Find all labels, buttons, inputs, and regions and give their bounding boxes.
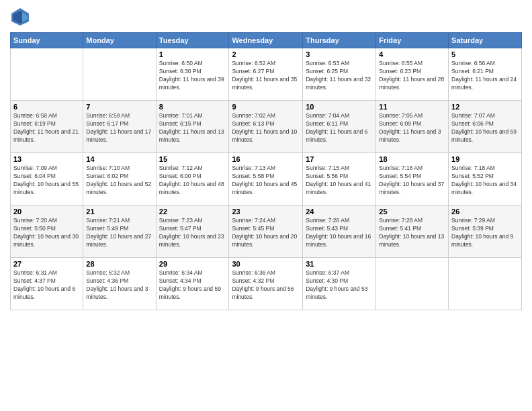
day-number: 17 xyxy=(306,155,373,163)
day-number: 3 xyxy=(306,50,373,58)
day-info: Sunrise: 6:53 AM Sunset: 6:25 PM Dayligh… xyxy=(306,60,373,92)
day-info: Sunrise: 6:55 AM Sunset: 6:23 PM Dayligh… xyxy=(379,60,445,92)
day-number: 31 xyxy=(306,260,373,268)
day-info: Sunrise: 6:50 AM Sunset: 6:30 PM Dayligh… xyxy=(159,60,226,92)
day-number: 8 xyxy=(159,103,226,111)
weekday-header: Sunday xyxy=(11,33,83,48)
day-number: 5 xyxy=(451,50,519,58)
day-number: 18 xyxy=(379,155,445,163)
calendar-week-row: 20Sunrise: 7:20 AM Sunset: 5:50 PM Dayli… xyxy=(11,205,522,258)
calendar-cell xyxy=(83,48,156,101)
weekday-header: Thursday xyxy=(303,33,376,48)
calendar-cell: 28Sunrise: 6:32 AM Sunset: 4:36 PM Dayli… xyxy=(83,258,156,310)
day-number: 26 xyxy=(451,208,519,216)
calendar-week-row: 27Sunrise: 6:31 AM Sunset: 4:37 PM Dayli… xyxy=(11,258,522,310)
calendar-cell: 8Sunrise: 7:01 AM Sunset: 6:15 PM Daylig… xyxy=(156,101,229,153)
day-number: 23 xyxy=(232,208,300,216)
calendar-cell xyxy=(11,48,83,101)
day-number: 19 xyxy=(451,155,519,163)
calendar-cell: 19Sunrise: 7:18 AM Sunset: 5:52 PM Dayli… xyxy=(449,153,522,205)
logo-icon xyxy=(10,7,30,27)
day-info: Sunrise: 6:34 AM Sunset: 4:34 PM Dayligh… xyxy=(159,269,226,302)
day-info: Sunrise: 6:31 AM Sunset: 4:37 PM Dayligh… xyxy=(13,269,80,302)
day-info: Sunrise: 7:23 AM Sunset: 5:47 PM Dayligh… xyxy=(159,217,226,249)
weekday-header: Friday xyxy=(376,33,449,48)
calendar-cell: 29Sunrise: 6:34 AM Sunset: 4:34 PM Dayli… xyxy=(156,258,229,310)
day-number: 2 xyxy=(232,50,300,58)
day-info: Sunrise: 7:15 AM Sunset: 5:56 PM Dayligh… xyxy=(306,165,373,197)
weekday-header: Wednesday xyxy=(229,33,303,48)
calendar-cell xyxy=(376,258,449,310)
day-info: Sunrise: 6:36 AM Sunset: 4:32 PM Dayligh… xyxy=(232,269,300,302)
header xyxy=(10,7,522,27)
weekday-header-row: SundayMondayTuesdayWednesdayThursdayFrid… xyxy=(11,33,522,48)
day-number: 14 xyxy=(86,155,152,163)
day-number: 16 xyxy=(232,155,300,163)
day-info: Sunrise: 7:24 AM Sunset: 5:45 PM Dayligh… xyxy=(232,217,300,249)
day-number: 11 xyxy=(379,103,445,111)
calendar-cell: 17Sunrise: 7:15 AM Sunset: 5:56 PM Dayli… xyxy=(303,153,376,205)
day-number: 1 xyxy=(159,50,226,58)
day-number: 25 xyxy=(379,208,445,216)
day-info: Sunrise: 6:58 AM Sunset: 6:19 PM Dayligh… xyxy=(13,112,80,144)
calendar-cell: 12Sunrise: 7:07 AM Sunset: 6:06 PM Dayli… xyxy=(449,101,522,153)
calendar-cell: 23Sunrise: 7:24 AM Sunset: 5:45 PM Dayli… xyxy=(229,205,303,258)
weekday-header: Monday xyxy=(83,33,156,48)
calendar-cell: 11Sunrise: 7:05 AM Sunset: 6:09 PM Dayli… xyxy=(376,101,449,153)
day-info: Sunrise: 7:21 AM Sunset: 5:49 PM Dayligh… xyxy=(86,217,152,249)
weekday-header: Saturday xyxy=(449,33,522,48)
day-number: 7 xyxy=(86,103,152,111)
calendar-cell: 2Sunrise: 6:52 AM Sunset: 6:27 PM Daylig… xyxy=(229,48,303,101)
calendar-table: SundayMondayTuesdayWednesdayThursdayFrid… xyxy=(10,32,522,310)
day-info: Sunrise: 7:05 AM Sunset: 6:09 PM Dayligh… xyxy=(379,112,445,144)
weekday-header: Tuesday xyxy=(156,33,229,48)
day-number: 15 xyxy=(159,155,226,163)
day-number: 20 xyxy=(13,208,80,216)
day-info: Sunrise: 7:09 AM Sunset: 6:04 PM Dayligh… xyxy=(13,165,80,197)
day-info: Sunrise: 7:16 AM Sunset: 5:54 PM Dayligh… xyxy=(379,165,445,197)
day-info: Sunrise: 7:12 AM Sunset: 6:00 PM Dayligh… xyxy=(159,165,226,197)
calendar-cell: 1Sunrise: 6:50 AM Sunset: 6:30 PM Daylig… xyxy=(156,48,229,101)
calendar-week-row: 1Sunrise: 6:50 AM Sunset: 6:30 PM Daylig… xyxy=(11,48,522,101)
day-number: 12 xyxy=(451,103,519,111)
calendar-cell: 25Sunrise: 7:28 AM Sunset: 5:41 PM Dayli… xyxy=(376,205,449,258)
day-number: 21 xyxy=(86,208,152,216)
day-number: 29 xyxy=(159,260,226,268)
day-info: Sunrise: 6:32 AM Sunset: 4:36 PM Dayligh… xyxy=(86,269,152,302)
day-info: Sunrise: 7:13 AM Sunset: 5:58 PM Dayligh… xyxy=(232,165,300,197)
calendar-cell: 30Sunrise: 6:36 AM Sunset: 4:32 PM Dayli… xyxy=(229,258,303,310)
day-number: 6 xyxy=(13,103,80,111)
calendar-cell xyxy=(449,258,522,310)
day-info: Sunrise: 6:59 AM Sunset: 6:17 PM Dayligh… xyxy=(86,112,152,144)
page: SundayMondayTuesdayWednesdayThursdayFrid… xyxy=(0,0,532,411)
day-info: Sunrise: 7:02 AM Sunset: 6:13 PM Dayligh… xyxy=(232,112,300,144)
calendar-cell: 3Sunrise: 6:53 AM Sunset: 6:25 PM Daylig… xyxy=(303,48,376,101)
day-info: Sunrise: 6:37 AM Sunset: 4:30 PM Dayligh… xyxy=(306,269,373,302)
calendar-cell: 21Sunrise: 7:21 AM Sunset: 5:49 PM Dayli… xyxy=(83,205,156,258)
calendar-week-row: 6Sunrise: 6:58 AM Sunset: 6:19 PM Daylig… xyxy=(11,101,522,153)
day-info: Sunrise: 7:07 AM Sunset: 6:06 PM Dayligh… xyxy=(451,112,519,144)
calendar-cell: 4Sunrise: 6:55 AM Sunset: 6:23 PM Daylig… xyxy=(376,48,449,101)
day-info: Sunrise: 7:18 AM Sunset: 5:52 PM Dayligh… xyxy=(451,165,519,197)
calendar-cell: 10Sunrise: 7:04 AM Sunset: 6:11 PM Dayli… xyxy=(303,101,376,153)
day-info: Sunrise: 7:04 AM Sunset: 6:11 PM Dayligh… xyxy=(306,112,373,144)
day-info: Sunrise: 7:29 AM Sunset: 5:39 PM Dayligh… xyxy=(451,217,519,249)
day-info: Sunrise: 7:10 AM Sunset: 6:02 PM Dayligh… xyxy=(86,165,152,197)
calendar-cell: 14Sunrise: 7:10 AM Sunset: 6:02 PM Dayli… xyxy=(83,153,156,205)
calendar-cell: 16Sunrise: 7:13 AM Sunset: 5:58 PM Dayli… xyxy=(229,153,303,205)
day-number: 10 xyxy=(306,103,373,111)
day-number: 28 xyxy=(86,260,152,268)
calendar-cell: 20Sunrise: 7:20 AM Sunset: 5:50 PM Dayli… xyxy=(11,205,83,258)
day-number: 27 xyxy=(13,260,80,268)
calendar-cell: 15Sunrise: 7:12 AM Sunset: 6:00 PM Dayli… xyxy=(156,153,229,205)
day-info: Sunrise: 7:01 AM Sunset: 6:15 PM Dayligh… xyxy=(159,112,226,144)
day-number: 4 xyxy=(379,50,445,58)
calendar-cell: 24Sunrise: 7:26 AM Sunset: 5:43 PM Dayli… xyxy=(303,205,376,258)
calendar-cell: 26Sunrise: 7:29 AM Sunset: 5:39 PM Dayli… xyxy=(449,205,522,258)
calendar-cell: 13Sunrise: 7:09 AM Sunset: 6:04 PM Dayli… xyxy=(11,153,83,205)
day-number: 24 xyxy=(306,208,373,216)
calendar-cell: 7Sunrise: 6:59 AM Sunset: 6:17 PM Daylig… xyxy=(83,101,156,153)
calendar-cell: 22Sunrise: 7:23 AM Sunset: 5:47 PM Dayli… xyxy=(156,205,229,258)
day-info: Sunrise: 7:26 AM Sunset: 5:43 PM Dayligh… xyxy=(306,217,373,249)
day-number: 22 xyxy=(159,208,226,216)
